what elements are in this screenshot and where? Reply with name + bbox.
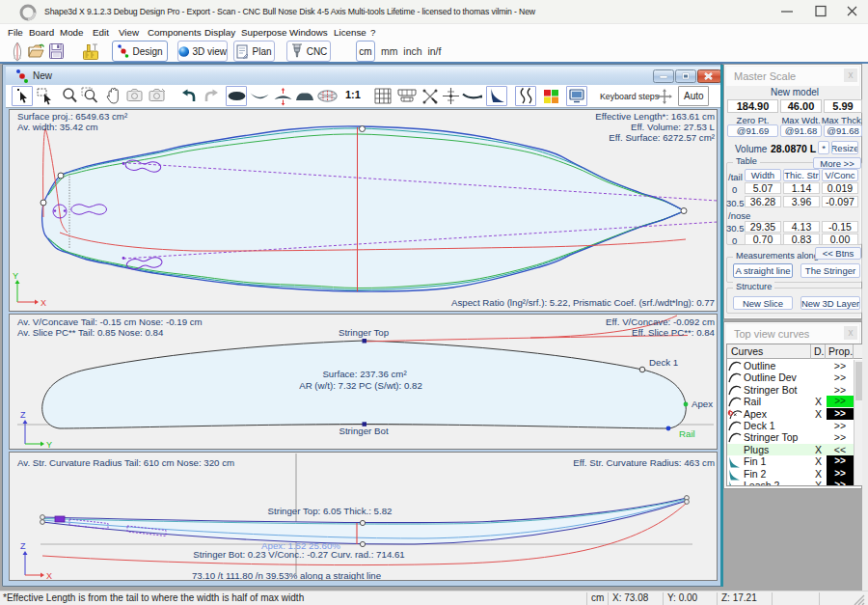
svg-text:AR (w/t): 7.32 PC (S/wt): 0.82: AR (w/t): 7.32 PC (S/wt): 0.82 bbox=[299, 380, 422, 391]
svg-text:Z: Z bbox=[20, 410, 26, 420]
svg-text:Stringer Bot: Stringer Bot bbox=[339, 426, 388, 436]
svg-text:Eff. Surface: 6272.57 cm²: Eff. Surface: 6272.57 cm² bbox=[609, 132, 715, 143]
svg-text:Apex: Apex bbox=[692, 399, 713, 409]
svg-text:Z: Z bbox=[20, 541, 26, 551]
svg-text:Av. Slice PC** Tail: 0.85 Nos: Av. Slice PC** Tail: 0.85 Nose: 0.84 bbox=[17, 327, 164, 338]
svg-text:X: X bbox=[46, 571, 52, 580]
svg-text:Surface proj.: 6549.63 cm²: Surface proj.: 6549.63 cm² bbox=[17, 111, 128, 122]
svg-text:Apex: 1.52 25.60%: Apex: 1.52 25.60% bbox=[261, 540, 340, 551]
svg-text:Surface: 237.36 cm²: Surface: 237.36 cm² bbox=[322, 369, 407, 379]
svg-text:Eff. Volume: 27.53 L: Eff. Volume: 27.53 L bbox=[631, 122, 716, 132]
svg-text:73.10 /t 111.80 /n 39.53% alon: 73.10 /t 111.80 /n 39.53% along a straig… bbox=[192, 570, 381, 580]
svg-text:X: X bbox=[41, 298, 46, 308]
svg-text:Stringer Top: Stringer Top bbox=[339, 327, 389, 338]
svg-text:Av. width: 35.42 cm: Av. width: 35.42 cm bbox=[17, 122, 98, 132]
svg-text:Av. V/Concave Tail: -0.15 cm N: Av. V/Concave Tail: -0.15 cm Nose: -0.19… bbox=[17, 316, 203, 327]
svg-text:Y: Y bbox=[13, 271, 18, 281]
svg-text:Av. Str. Curvature Radius Tail: Av. Str. Curvature Radius Tail: 610 cm N… bbox=[17, 457, 234, 468]
svg-text:Eff. V/Concave: -0.092 cm: Eff. V/Concave: -0.092 cm bbox=[606, 316, 715, 327]
svg-text:Stringer Top: 6.05 Thick.: 5.8: Stringer Top: 6.05 Thick.: 5.82 bbox=[268, 506, 393, 516]
svg-text:Aspect Ratio (lng²/srf.): 5.2: Aspect Ratio (lng²/srf.): 5.22, Prismati… bbox=[451, 297, 715, 308]
svg-text:Deck 1: Deck 1 bbox=[649, 357, 678, 368]
svg-text:Eff. Slice PC**: 0.84: Eff. Slice PC**: 0.84 bbox=[632, 327, 716, 338]
svg-text:Eff. Str. Curvature Radius: 46: Eff. Str. Curvature Radius: 463 cm bbox=[573, 457, 715, 468]
svg-text:Rail: Rail bbox=[679, 428, 695, 439]
svg-text:Effective Length*: 163.61 cm: Effective Length*: 163.61 cm bbox=[595, 111, 715, 122]
svg-text:Y: Y bbox=[46, 440, 52, 449]
